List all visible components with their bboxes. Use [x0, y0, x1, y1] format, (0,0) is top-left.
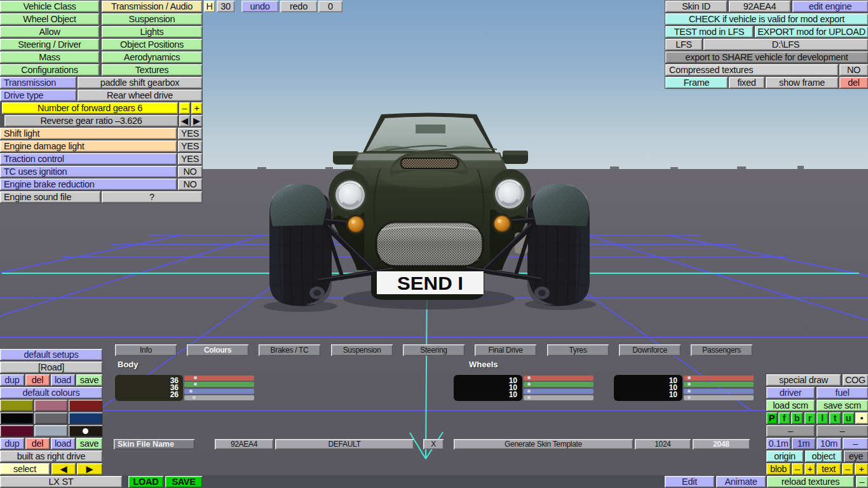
svg-text:SEND I: SEND I — [397, 273, 463, 294]
